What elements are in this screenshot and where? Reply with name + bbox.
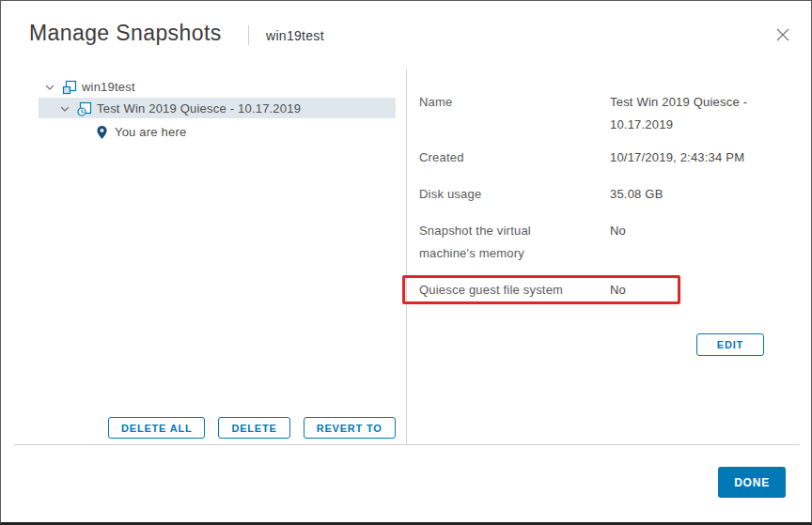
tree-item-label: Test Win 2019 Quiesce - 10.17.2019 <box>97 101 301 116</box>
detail-value: 10/17/2019, 2:43:34 PM <box>610 147 784 169</box>
detail-value: No <box>610 220 784 242</box>
title-separator <box>248 25 249 45</box>
delete-all-button[interactable]: DELETE ALL <box>108 417 205 439</box>
close-button[interactable] <box>772 25 794 48</box>
done-button[interactable]: DONE <box>718 467 786 498</box>
vm-name-subtitle: win19test <box>266 28 324 43</box>
chevron-down-icon[interactable] <box>44 82 55 93</box>
chevron-down-icon[interactable] <box>59 103 70 115</box>
detail-row-quiesce: Quiesce guest file system No <box>419 279 570 301</box>
tree-item-you-are-here[interactable]: You are here <box>95 122 186 142</box>
detail-row-created: Created 10/17/2019, 2:43:34 PM <box>419 147 570 169</box>
tree-item-vm[interactable]: win19test <box>44 77 135 97</box>
manage-snapshots-dialog: Manage Snapshots win19test win19test <box>0 0 812 525</box>
dialog-title: Manage Snapshots <box>29 21 222 46</box>
detail-row-name: Name Test Win 2019 Quiesce - 10.17.2019 <box>419 91 570 114</box>
snapshot-actions: DELETE ALL DELETE REVERT TO <box>108 417 396 439</box>
detail-label: Name <box>419 91 570 114</box>
edit-button[interactable]: EDIT <box>696 333 764 356</box>
detail-value: No <box>610 279 784 301</box>
footer-divider <box>14 444 800 445</box>
delete-button[interactable]: DELETE <box>218 417 289 439</box>
snapshot-icon <box>77 101 92 116</box>
detail-row-disk-usage: Disk usage 35.08 GB <box>419 183 570 206</box>
tree-item-snapshot[interactable]: Test Win 2019 Quiesce - 10.17.2019 <box>59 99 301 118</box>
location-pin-icon <box>95 125 110 140</box>
detail-value: 35.08 GB <box>610 183 784 206</box>
tree-item-label: win19test <box>82 80 135 94</box>
tree-item-label: You are here <box>115 125 186 139</box>
detail-value: Test Win 2019 Quiesce - 10.17.2019 <box>610 91 784 136</box>
detail-label: Snapshot the virtual machine's memory <box>419 220 570 265</box>
revert-to-button[interactable]: REVERT TO <box>304 417 396 439</box>
detail-label: Quiesce guest file system <box>419 279 570 301</box>
detail-row-memory: Snapshot the virtual machine's memory No <box>419 220 570 265</box>
detail-label: Created <box>419 147 570 169</box>
vm-icon <box>62 80 77 95</box>
detail-label: Disk usage <box>419 183 570 206</box>
panel-divider <box>406 69 407 444</box>
close-icon <box>775 27 790 46</box>
